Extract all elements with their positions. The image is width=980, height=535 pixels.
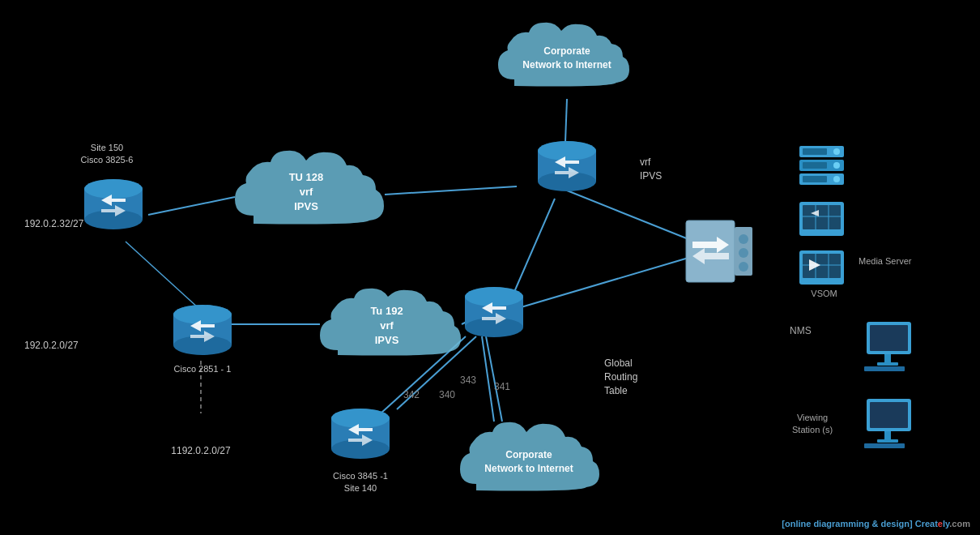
line-label-343: 343 [460, 374, 476, 386]
label-ip-1192: 1192.0.2.0/27 [171, 444, 230, 458]
label-ip-192-32: 192.0.2.32/27 [24, 217, 83, 231]
cloud-tu128-label: TU 128vrfIPVS [289, 170, 324, 215]
svg-rect-55 [803, 162, 827, 169]
icon-server-top [798, 142, 850, 186]
label-global-routing: GlobalRoutingTable [604, 357, 637, 397]
label-cisco3845: Cisco 3845 -1Site 140 [316, 470, 405, 495]
svg-rect-81 [864, 443, 905, 448]
svg-point-48 [739, 234, 748, 244]
svg-point-28 [173, 336, 232, 355]
svg-rect-76 [864, 366, 905, 371]
svg-rect-54 [803, 148, 827, 155]
svg-line-1 [148, 197, 235, 215]
line-label-342: 342 [403, 389, 420, 400]
svg-rect-80 [877, 439, 898, 443]
cloud-top-label: CorporateNetwork to Internet [514, 45, 619, 72]
router-top-center [535, 136, 599, 197]
icon-vsom [798, 199, 850, 239]
svg-rect-73 [870, 325, 908, 351]
svg-rect-44 [686, 220, 735, 282]
icon-viewing-station [863, 397, 923, 450]
svg-point-50 [739, 262, 748, 272]
svg-line-10 [486, 336, 502, 422]
branding: [online diagramming & design] Creately.c… [782, 519, 970, 529]
cloud-bottom: CorporateNetwork to Internet [452, 417, 606, 507]
label-vsom: VSOM [798, 288, 850, 300]
svg-line-4 [514, 199, 555, 292]
svg-point-35 [465, 287, 523, 306]
line-label-340: 340 [439, 389, 455, 400]
svg-point-34 [465, 318, 523, 337]
cloud-tu192-label: Tu 192vrfIPVS [370, 304, 403, 349]
svg-point-59 [833, 176, 840, 182]
svg-point-16 [84, 210, 143, 229]
svg-line-3 [567, 190, 688, 239]
svg-point-49 [739, 248, 748, 258]
svg-point-57 [833, 148, 840, 155]
svg-point-22 [538, 172, 596, 191]
svg-point-29 [173, 305, 232, 324]
cloud-tu192: Tu 192vrfIPVS [312, 282, 462, 370]
svg-line-12 [518, 258, 688, 308]
label-ip-192-0: 192.0.2.0/27 [24, 339, 79, 353]
router-site150 [81, 174, 146, 235]
svg-point-58 [833, 162, 840, 169]
svg-point-41 [331, 409, 390, 428]
branding-logo: Creat [915, 519, 938, 529]
label-media-server: Media Server [859, 255, 911, 268]
router-cisco3845 [328, 404, 393, 464]
label-site150: Site 150Cisco 3825-6 [66, 142, 147, 167]
cloud-bottom-label: CorporateNetwork to Internet [475, 448, 582, 476]
svg-point-17 [84, 179, 143, 199]
svg-rect-56 [803, 176, 827, 182]
router-cisco2851 [170, 300, 235, 361]
icon-media-server [798, 247, 850, 288]
branding-text: [online diagramming & design] [782, 519, 914, 529]
label-vrf-ipvs: vrfIPVS [640, 156, 662, 183]
svg-line-11 [482, 336, 494, 422]
label-cisco2851: Cisco 2851 - 1 [158, 363, 247, 375]
svg-rect-67 [803, 254, 841, 278]
svg-line-2 [385, 186, 517, 195]
diagram-container: CorporateNetwork to Internet TU 128vrfIP… [0, 0, 980, 535]
svg-point-23 [538, 141, 596, 160]
icon-nms [863, 320, 923, 373]
svg-point-40 [331, 439, 390, 459]
branding-domain: .com [949, 519, 970, 529]
label-nms: NMS [790, 324, 812, 338]
svg-rect-79 [884, 431, 891, 439]
svg-rect-74 [884, 354, 891, 362]
svg-rect-61 [803, 205, 841, 229]
firewall-box [684, 219, 757, 284]
cloud-top: CorporateNetwork to Internet [490, 15, 644, 102]
label-viewing-station: ViewingStation (s) [792, 412, 833, 437]
line-label-341: 341 [494, 381, 510, 392]
svg-rect-78 [870, 402, 908, 428]
router-center [462, 282, 526, 343]
svg-line-5 [126, 242, 198, 308]
svg-rect-75 [877, 362, 898, 366]
cloud-tu128: TU 128vrfIPVS [225, 144, 387, 240]
